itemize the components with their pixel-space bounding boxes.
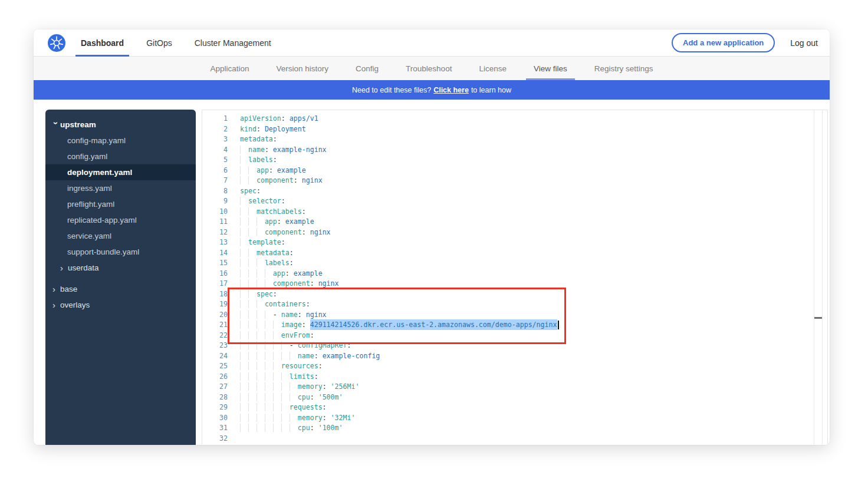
code-token: : <box>257 125 265 133</box>
code-line[interactable]: 30 memory: '32Mi' <box>202 413 827 424</box>
code-token: labels <box>265 259 290 267</box>
subnav-tab-view-files[interactable]: View files <box>534 57 567 80</box>
line-number: 31 <box>202 423 228 434</box>
code-token: memory <box>298 414 323 422</box>
nav-tab-cluster-management[interactable]: Cluster Management <box>195 29 271 56</box>
nav-tab-dashboard[interactable]: Dashboard <box>81 29 124 56</box>
log-out-button[interactable]: Log out <box>790 38 818 48</box>
subnav-tab-version-history[interactable]: Version history <box>277 57 329 80</box>
code-token: '500m' <box>318 393 343 401</box>
line-number: 25 <box>202 361 228 372</box>
tree-file-deployment-yaml[interactable]: deployment.yaml <box>45 164 196 180</box>
line-number: 5 <box>202 155 228 166</box>
line-number: 9 <box>202 196 228 207</box>
code-token: : <box>265 146 273 154</box>
code-line[interactable]: 7 component: nginx <box>202 176 827 186</box>
selected-text: 429114214526.dkr.ecr.us-east-2.amazonaws… <box>310 319 557 330</box>
code-token: nginx <box>310 228 331 236</box>
code-line[interactable]: 22 envFrom: <box>202 331 827 341</box>
tree-item-label: preflight.yaml <box>67 200 114 209</box>
tree-file-config-yaml[interactable]: config.yaml <box>45 148 196 164</box>
code-text: metadata: <box>240 248 294 259</box>
tree-file-support-bundle-yaml[interactable]: support-bundle.yaml <box>45 244 196 260</box>
tree-item-label: support-bundle.yaml <box>67 247 139 256</box>
add-a-new-application-button[interactable]: Add a new application <box>672 33 775 52</box>
code-text: cpu: '100m' <box>240 423 343 434</box>
code-line[interactable]: 5 labels: <box>202 155 827 166</box>
code-line[interactable]: 6 app: example <box>202 166 827 176</box>
tree-folder-userdata[interactable]: ›userdata <box>45 260 196 276</box>
code-token: '256Mi' <box>331 382 360 391</box>
code-token: - <box>273 311 281 319</box>
tree-folder-base[interactable]: ›base <box>45 281 196 297</box>
code-line[interactable]: 9 selector: <box>202 196 827 207</box>
code-line[interactable]: 19 containers: <box>202 299 827 310</box>
code-token: app <box>273 269 285 278</box>
tree-folder-upstream[interactable]: ›upstream <box>45 117 196 133</box>
code-token: : <box>290 249 294 257</box>
tree-folder-overlays[interactable]: ›overlays <box>45 297 196 313</box>
code-line[interactable]: 15 labels: <box>202 258 827 269</box>
code-token: : <box>281 238 285 246</box>
code-text: component: nginx <box>240 279 339 289</box>
code-token: metadata <box>240 135 273 143</box>
code-line[interactable]: 12 component: nginx <box>202 227 827 238</box>
code-text: resources: <box>240 361 323 372</box>
subnav-tab-license[interactable]: License <box>479 57 507 80</box>
code-line[interactable]: 4 name: example-nginx <box>202 145 827 156</box>
code-token: : <box>281 197 285 205</box>
code-line[interactable]: 2kind: Deployment <box>202 124 827 135</box>
subnav-tab-registry-settings[interactable]: Registry settings <box>594 57 653 80</box>
code-line[interactable]: 20 - name: nginx <box>202 310 827 321</box>
code-line[interactable]: 21 image: 429114214526.dkr.ecr.us-east-2… <box>202 320 827 331</box>
code-line[interactable]: 11 app: example <box>202 217 827 227</box>
code-line[interactable]: 27 memory: '256Mi' <box>202 382 827 392</box>
code-token: - <box>290 341 298 349</box>
code-editor[interactable]: 1apiVersion: apps/v12kind: Deployment3me… <box>202 110 828 444</box>
banner-click-here-link[interactable]: Click here <box>433 86 469 94</box>
code-line[interactable]: 26 limits: <box>202 372 827 382</box>
code-line[interactable]: 1apiVersion: apps/v1 <box>202 114 827 124</box>
line-number: 30 <box>202 413 228 424</box>
tree-item-label: userdata <box>68 263 99 272</box>
tree-item-label: ingress.yaml <box>67 184 112 193</box>
code-line[interactable]: 32 <box>202 434 827 444</box>
code-token: kind <box>240 125 257 133</box>
tree-file-service-yaml[interactable]: service.yaml <box>45 228 196 244</box>
code-text: app: example <box>240 217 314 227</box>
code-token: component <box>273 279 310 288</box>
subnav-tab-troubleshoot[interactable]: Troubleshoot <box>406 57 452 80</box>
code-line[interactable]: 13 template: <box>202 237 827 248</box>
code-line[interactable]: 18 spec: <box>202 289 827 300</box>
code-line[interactable]: 23 - configMapRef: <box>202 341 827 351</box>
code-token: : <box>314 372 318 381</box>
code-text: labels: <box>240 155 277 166</box>
code-line[interactable]: 28 cpu: '500m' <box>202 392 827 403</box>
code-line[interactable]: 14 metadata: <box>202 248 827 259</box>
subnav-tab-config[interactable]: Config <box>356 57 379 80</box>
tree-file-replicated-app-yaml[interactable]: replicated-app.yaml <box>45 212 196 228</box>
line-number: 13 <box>202 237 228 248</box>
chevron-down-icon: › <box>52 121 61 129</box>
code-token: : <box>273 156 277 164</box>
code-line[interactable]: 29 requests: <box>202 402 827 413</box>
subnav-tab-application[interactable]: Application <box>210 57 249 80</box>
code-token: : <box>298 311 306 319</box>
code-line[interactable]: 3metadata: <box>202 134 827 145</box>
code-line[interactable]: 17 component: nginx <box>202 279 827 289</box>
code-line[interactable]: 10 matchLabels: <box>202 207 827 217</box>
line-number: 17 <box>202 279 228 289</box>
nav-tab-gitops[interactable]: GitOps <box>146 29 172 56</box>
editor-scrollbar[interactable] <box>814 110 823 444</box>
code-line[interactable]: 16 app: example <box>202 269 827 279</box>
tree-file-ingress-yaml[interactable]: ingress.yaml <box>45 180 196 196</box>
tree-file-preflight-yaml[interactable]: preflight.yaml <box>45 196 196 212</box>
code-line[interactable]: 8spec: <box>202 186 827 197</box>
code-line[interactable]: 31 cpu: '100m' <box>202 423 827 434</box>
code-line[interactable]: 24 name: example-config <box>202 351 827 362</box>
code-line[interactable]: 25 resources: <box>202 361 827 372</box>
tree-file-config-map-yaml[interactable]: config-map.yaml <box>45 133 196 148</box>
code-text: name: example-config <box>240 351 380 362</box>
code-token: : <box>302 228 310 236</box>
line-number: 27 <box>202 382 228 392</box>
